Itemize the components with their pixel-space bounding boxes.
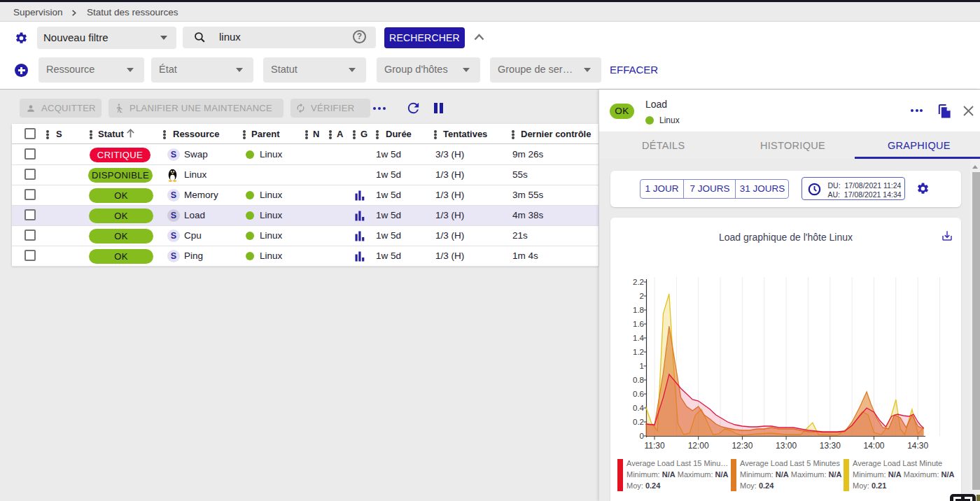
svg-text:0.4: 0.4 (633, 404, 645, 412)
svg-text:11:30: 11:30 (644, 441, 664, 451)
svg-text:2: 2 (640, 292, 644, 300)
svg-text:13:30: 13:30 (820, 441, 841, 451)
svg-text:12:30: 12:30 (732, 441, 752, 451)
svg-text:1.2: 1.2 (633, 348, 644, 356)
svg-text:0: 0 (640, 432, 644, 440)
svg-text:0.8: 0.8 (633, 376, 644, 384)
svg-text:0.2: 0.2 (633, 418, 644, 426)
svg-text:12:00: 12:00 (688, 441, 709, 451)
svg-text:1.8: 1.8 (633, 306, 644, 314)
svg-text:14:00: 14:00 (863, 441, 884, 451)
svg-text:13:00: 13:00 (776, 441, 797, 451)
svg-text:2.2: 2.2 (633, 278, 644, 286)
svg-text:1.4: 1.4 (633, 334, 645, 342)
svg-text:0.6: 0.6 (633, 390, 644, 398)
svg-text:1.6: 1.6 (633, 320, 644, 328)
svg-text:1: 1 (640, 362, 644, 370)
svg-text:14:30: 14:30 (907, 441, 928, 451)
